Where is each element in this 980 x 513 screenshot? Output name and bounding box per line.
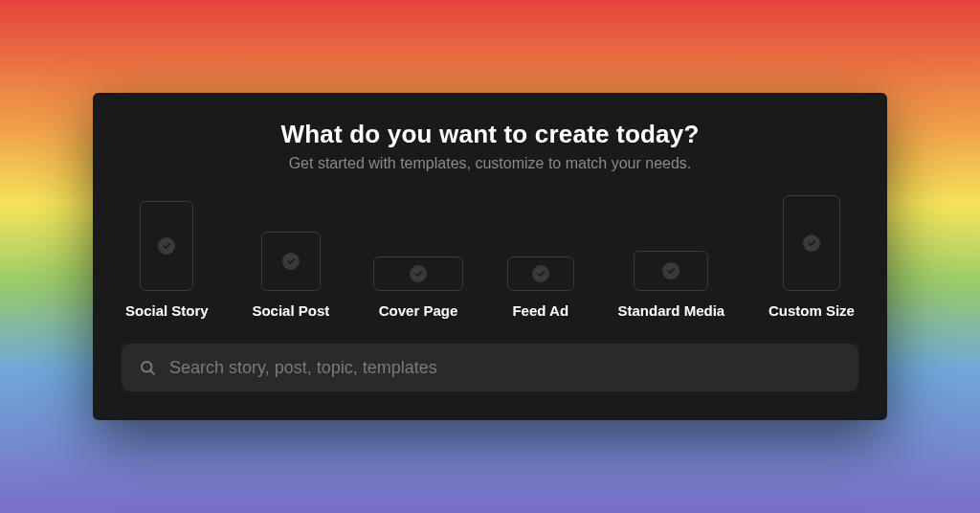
check-icon (662, 262, 679, 279)
search-input[interactable] (169, 358, 841, 378)
template-label: Social Post (252, 302, 329, 319)
check-icon (410, 265, 427, 282)
template-cover-page[interactable]: Cover Page (373, 256, 463, 319)
template-label: Cover Page (379, 302, 458, 319)
search-bar[interactable] (122, 344, 858, 391)
search-icon (139, 359, 156, 376)
svg-line-1 (150, 370, 153, 373)
template-thumb (140, 201, 193, 291)
template-label: Social Story (125, 302, 209, 319)
template-social-story[interactable]: Social Story (125, 201, 209, 319)
template-thumb (783, 195, 840, 291)
template-thumb (634, 251, 708, 291)
template-social-post[interactable]: Social Post (252, 232, 329, 319)
template-list: Social Story Social Post Cover Page (122, 195, 858, 319)
template-thumb (507, 256, 574, 291)
check-icon (803, 234, 820, 252)
panel-subtitle: Get started with templates, customize to… (122, 155, 858, 172)
template-thumb (373, 256, 463, 291)
template-custom-size[interactable]: Custom Size (768, 195, 855, 319)
template-label: Standard Media (618, 302, 725, 319)
create-panel: What do you want to create today? Get st… (93, 93, 887, 420)
check-icon (158, 237, 175, 255)
template-label: Feed Ad (512, 302, 568, 319)
page-background: What do you want to create today? Get st… (0, 0, 980, 513)
check-icon (532, 265, 549, 282)
template-standard-media[interactable]: Standard Media (618, 251, 725, 319)
panel-title: What do you want to create today? (122, 120, 858, 149)
template-feed-ad[interactable]: Feed Ad (507, 256, 574, 319)
check-icon (282, 253, 300, 270)
template-thumb (261, 232, 321, 291)
template-label: Custom Size (768, 302, 855, 319)
